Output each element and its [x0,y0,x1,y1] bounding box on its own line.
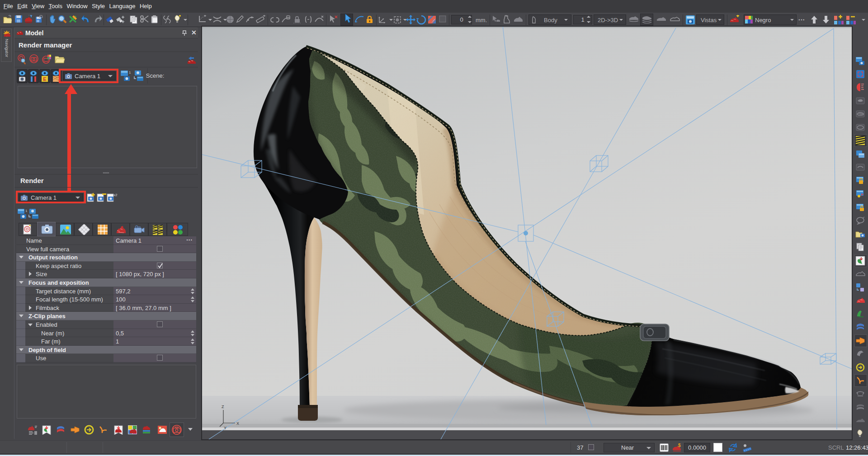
svg-text:x2: x2 [113,193,118,197]
svg-text:$: $ [678,443,681,448]
svg-text:E: E [43,76,46,82]
svg-text:Z: Z [222,404,224,409]
svg-text:X: X [236,421,239,426]
svg-text:1: 1 [129,71,131,75]
svg-text:Y: Y [224,426,226,430]
